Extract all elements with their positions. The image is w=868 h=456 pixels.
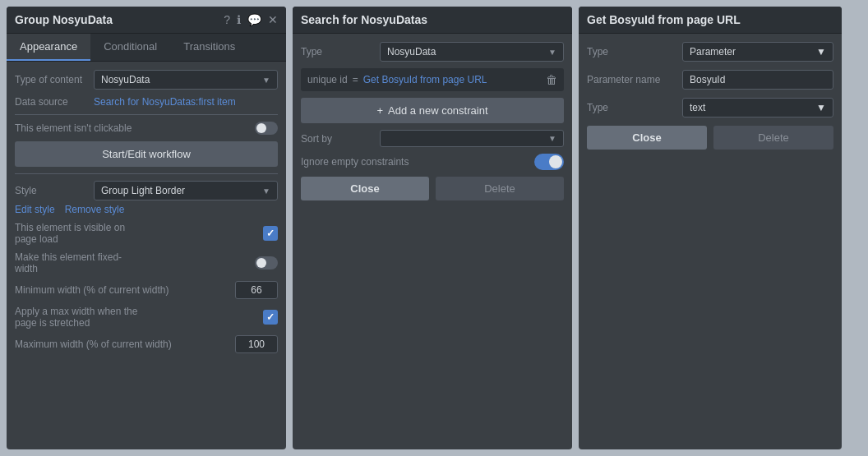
- min-width-row: Minimum width (% of current width): [15, 281, 278, 299]
- type-of-content-label: Type of content: [15, 74, 89, 85]
- sort-by-row: Sort by ▼: [301, 130, 564, 147]
- constraint-row: unique id = Get BosyuId from page URL 🗑: [301, 68, 564, 91]
- panel1-header: Group NosyuData ? ℹ 💬 ✕: [7, 7, 286, 34]
- p2-type-value: NosyuData: [387, 46, 436, 58]
- p3-type-select[interactable]: Parameter ▼: [682, 42, 833, 62]
- panel3-title: Get BosyuId from page URL: [587, 13, 741, 26]
- p3-param-row: Parameter name: [587, 70, 833, 90]
- panel1-icon-group: ? ℹ 💬 ✕: [224, 13, 278, 26]
- p3-btn-row: Close Delete: [587, 126, 833, 150]
- constraint-delete-icon[interactable]: 🗑: [546, 73, 557, 86]
- fixed-width-toggle[interactable]: [255, 256, 278, 269]
- sort-by-arrow: ▼: [548, 134, 556, 143]
- type-of-content-row: Type of content NosyuData ▼: [15, 70, 278, 90]
- p3-return-type-row: Type text ▼: [587, 98, 833, 117]
- max-width-label: Maximum width (% of current width): [15, 339, 230, 350]
- panel-search-nosyudatas: Search for NosyuDatas Type NosyuData ▼ u…: [293, 7, 572, 449]
- p3-delete-button[interactable]: Delete: [713, 126, 833, 150]
- panel1-title: Group NosyuData: [15, 13, 113, 26]
- style-value: Group Light Border: [101, 185, 185, 196]
- sort-by-label: Sort by: [301, 133, 375, 145]
- p3-type-row: Type Parameter ▼: [587, 42, 833, 62]
- workflow-button[interactable]: Start/Edit workflow: [15, 141, 278, 167]
- remove-style-link[interactable]: Remove style: [65, 204, 125, 215]
- tab-conditional[interactable]: Conditional: [90, 34, 170, 61]
- p2-type-select[interactable]: NosyuData ▼: [380, 42, 564, 62]
- not-clickable-row: This element isn't clickable: [15, 122, 278, 135]
- divider-1: [15, 114, 278, 115]
- style-arrow: ▼: [262, 187, 270, 196]
- panel1-tabs: Appearance Conditional Transitions: [7, 34, 286, 62]
- data-source-link[interactable]: Search for NosyuDatas:first item: [94, 96, 236, 108]
- ignore-empty-toggle-wrap: [435, 154, 564, 170]
- visible-on-load-checkbox[interactable]: [263, 226, 278, 241]
- p3-type-value: Parameter: [690, 46, 736, 58]
- apply-max-width-toggle-wrap: [149, 310, 278, 325]
- add-constraint-button[interactable]: + Add a new constraint: [301, 98, 564, 123]
- ignore-empty-label: Ignore empty constraints: [301, 156, 430, 168]
- ignore-empty-toggle[interactable]: [534, 154, 564, 170]
- p3-type-label: Type: [587, 46, 677, 58]
- type-of-content-arrow: ▼: [262, 76, 270, 85]
- divider-2: [15, 173, 278, 174]
- apply-max-width-row: Apply a max width when the page is stret…: [15, 306, 278, 329]
- p3-return-type-arrow: ▼: [816, 102, 826, 113]
- apply-max-width-label: Apply a max width when the page is stret…: [15, 306, 144, 329]
- panel2-header: Search for NosyuDatas: [293, 7, 572, 34]
- panel2-body: Type NosyuData ▼ unique id = Get BosyuId…: [293, 34, 572, 209]
- min-width-label: Minimum width (% of current width): [15, 284, 230, 296]
- panel-group-nosyudata: Group NosyuData ? ℹ 💬 ✕ Appearance Condi…: [7, 7, 286, 449]
- fixed-width-label: Make this element fixed-width: [15, 251, 144, 274]
- p2-delete-button[interactable]: Delete: [436, 177, 564, 200]
- p2-type-arrow: ▼: [548, 48, 556, 57]
- tab-transitions[interactable]: Transitions: [170, 34, 248, 61]
- not-clickable-toggle-wrap: [149, 122, 278, 135]
- panel2-title: Search for NosyuDatas: [301, 13, 427, 26]
- p3-param-label: Parameter name: [587, 74, 677, 85]
- constraint-operator: =: [353, 74, 358, 85]
- fixed-width-toggle-wrap: [149, 256, 278, 269]
- p2-btn-row: Close Delete: [301, 177, 564, 200]
- p2-close-button[interactable]: Close: [301, 177, 429, 200]
- info-icon[interactable]: ℹ: [237, 13, 241, 26]
- help-icon[interactable]: ?: [224, 13, 230, 26]
- type-of-content-select[interactable]: NosyuData ▼: [94, 70, 278, 90]
- apply-max-width-checkbox[interactable]: [263, 310, 278, 325]
- style-actions: Edit style Remove style: [15, 204, 278, 215]
- not-clickable-label: This element isn't clickable: [15, 122, 144, 134]
- p3-type-arrow: ▼: [816, 46, 826, 58]
- panel-get-bosyuid: Get BosyuId from page URL Type Parameter…: [579, 7, 842, 449]
- style-label: Style: [15, 185, 89, 196]
- fixed-width-row: Make this element fixed-width: [15, 251, 278, 274]
- data-source-label: Data source: [15, 96, 89, 108]
- visible-on-load-toggle-wrap: [149, 226, 278, 241]
- data-source-row: Data source Search for NosyuDatas:first …: [15, 96, 278, 108]
- panel1-body: Type of content NosyuData ▼ Data source …: [7, 62, 286, 368]
- add-constraint-label: Add a new constraint: [388, 104, 487, 117]
- panel3-body: Type Parameter ▼ Parameter name Type tex…: [579, 34, 842, 158]
- not-clickable-toggle[interactable]: [255, 122, 278, 135]
- ignore-empty-row: Ignore empty constraints: [301, 154, 564, 170]
- tab-appearance[interactable]: Appearance: [7, 34, 90, 61]
- constraint-link[interactable]: Get BosyuId from page URL: [363, 74, 487, 85]
- add-constraint-plus: +: [377, 104, 384, 117]
- style-row: Style Group Light Border ▼: [15, 181, 278, 200]
- p3-return-type-label: Type: [587, 102, 677, 113]
- edit-style-link[interactable]: Edit style: [15, 204, 55, 215]
- visible-on-load-row: This element is visible on page load: [15, 222, 278, 245]
- p3-param-input[interactable]: [682, 70, 833, 90]
- min-width-input[interactable]: [235, 281, 278, 299]
- p3-return-type-value: text: [690, 102, 705, 113]
- p2-type-row: Type NosyuData ▼: [301, 42, 564, 62]
- max-width-input[interactable]: [235, 335, 278, 353]
- p3-return-type-select[interactable]: text ▼: [682, 98, 833, 117]
- max-width-row: Maximum width (% of current width): [15, 335, 278, 353]
- style-select[interactable]: Group Light Border ▼: [94, 181, 278, 200]
- sort-by-select[interactable]: ▼: [380, 130, 564, 147]
- close-icon[interactable]: ✕: [268, 13, 278, 26]
- visible-on-load-label: This element is visible on page load: [15, 222, 144, 245]
- constraint-left-label: unique id: [307, 74, 348, 85]
- p2-type-label: Type: [301, 46, 375, 58]
- p3-close-button[interactable]: Close: [587, 126, 707, 150]
- chat-icon[interactable]: 💬: [247, 13, 261, 26]
